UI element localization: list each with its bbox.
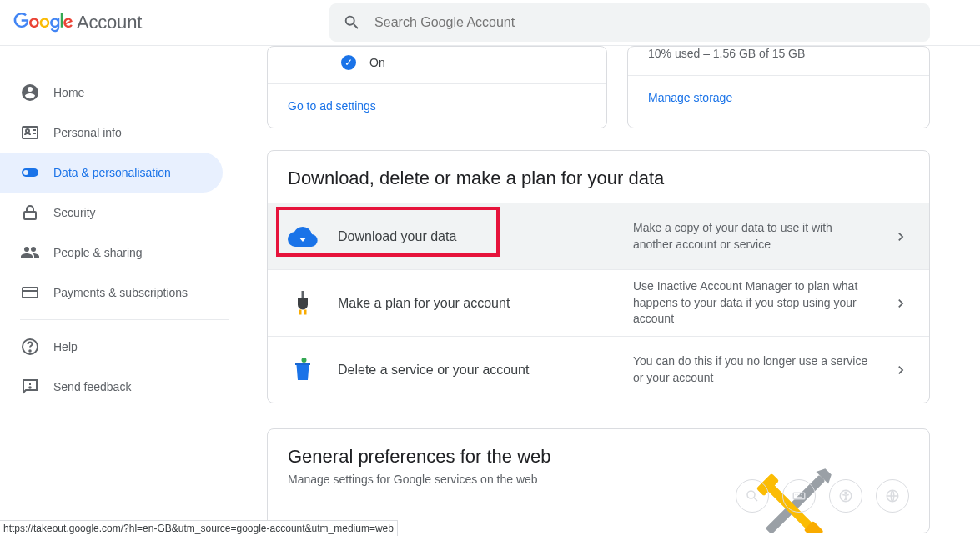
download-your-data-row[interactable]: Download your data Make a copy of your d…	[268, 203, 929, 269]
section-title: Download, delete or make a plan for your…	[288, 168, 909, 189]
chevron-right-icon	[892, 362, 909, 378]
svg-point-15	[845, 492, 847, 493]
manage-storage-link[interactable]: Manage storage	[628, 76, 929, 119]
row-desc: Use Inactive Account Manager to plan wha…	[633, 278, 872, 328]
data-plan-section: Download, delete or make a plan for your…	[267, 150, 930, 403]
sidebar-item-people-sharing[interactable]: People & sharing	[0, 233, 223, 273]
sidebar: Home Personal info Data & personalisatio…	[0, 46, 229, 533]
sidebar-item-label: Data & personalisation	[53, 166, 171, 179]
row-desc: Make a copy of your data to use it with …	[633, 220, 872, 253]
sidebar-item-label: Help	[53, 340, 78, 353]
svg-point-5	[29, 350, 31, 352]
row-title: Delete a service or your account	[338, 363, 613, 378]
sidebar-divider	[20, 319, 229, 320]
storage-card: 10% used – 1.56 GB of 15 GB Manage stora…	[627, 46, 930, 128]
sidebar-item-personal-info[interactable]: Personal info	[0, 113, 223, 153]
svg-rect-13	[793, 493, 805, 499]
sidebar-item-label: People & sharing	[53, 246, 143, 259]
header: Account	[0, 0, 980, 46]
row-title: Download your data	[338, 229, 613, 244]
sidebar-item-home[interactable]: Home	[0, 73, 223, 113]
sidebar-item-label: Send feedback	[53, 380, 131, 393]
sidebar-item-label: Home	[53, 86, 84, 99]
make-a-plan-row[interactable]: Make a plan for your account Use Inactiv…	[268, 269, 929, 336]
svg-rect-3	[23, 288, 38, 298]
sidebar-item-label: Security	[53, 206, 96, 219]
storage-usage-text: 10% used – 1.56 GB of 15 GB	[628, 47, 929, 76]
help-icon	[20, 337, 40, 357]
pref-search-icon[interactable]	[736, 479, 769, 513]
sidebar-item-label: Payments & subscriptions	[53, 286, 188, 299]
search-box[interactable]	[329, 3, 930, 42]
people-icon	[20, 243, 40, 263]
pref-accessibility-icon[interactable]	[829, 479, 862, 513]
svg-rect-2	[24, 212, 36, 219]
general-preferences-card: General preferences for the web Manage s…	[267, 428, 930, 533]
check-icon: ✓	[341, 55, 356, 70]
svg-point-7	[302, 358, 307, 363]
svg-point-1	[26, 129, 29, 133]
main-content: ✓ On Go to ad settings 10% used – 1.56 G…	[229, 46, 930, 533]
credit-card-icon	[20, 283, 40, 303]
google-logo-icon	[13, 13, 73, 33]
delete-service-row[interactable]: Delete a service or your account You can…	[268, 336, 929, 403]
toggle-icon	[20, 163, 40, 183]
sidebar-item-security[interactable]: Security	[0, 193, 223, 233]
pref-globe-icon[interactable]	[876, 479, 909, 513]
row-desc: You can do this if you no longer use a s…	[633, 353, 872, 386]
person-circle-icon	[20, 83, 40, 103]
svg-point-12	[747, 491, 755, 498]
svg-point-6	[29, 387, 31, 388]
row-title: Make a plan for your account	[338, 296, 613, 311]
search-input[interactable]	[374, 15, 917, 30]
status-bar-url: https://takeout.google.com/?hl=en-GB&utm…	[0, 520, 398, 536]
sidebar-item-data-personalisation[interactable]: Data & personalisation	[0, 153, 223, 193]
sidebar-item-help[interactable]: Help	[0, 327, 223, 367]
ad-settings-link[interactable]: Go to ad settings	[268, 84, 606, 128]
search-icon	[343, 13, 361, 32]
sidebar-item-label: Personal info	[53, 126, 122, 139]
trash-icon	[288, 355, 318, 385]
ad-settings-card: ✓ On Go to ad settings	[267, 46, 607, 128]
sidebar-item-feedback[interactable]: Send feedback	[0, 367, 223, 407]
on-status-label: On	[369, 56, 385, 69]
cloud-download-icon	[288, 222, 318, 252]
lock-icon	[20, 203, 40, 223]
feedback-icon	[20, 377, 40, 397]
id-card-icon	[20, 123, 40, 143]
account-label: Account	[77, 12, 142, 33]
plug-icon	[288, 288, 318, 318]
chevron-right-icon	[892, 228, 909, 245]
chevron-right-icon	[892, 295, 909, 312]
pref-keyboard-icon[interactable]	[782, 479, 816, 513]
google-account-logo[interactable]: Account	[13, 12, 142, 33]
ad-status-row: ✓ On	[268, 47, 606, 84]
sidebar-item-payments[interactable]: Payments & subscriptions	[0, 273, 223, 313]
